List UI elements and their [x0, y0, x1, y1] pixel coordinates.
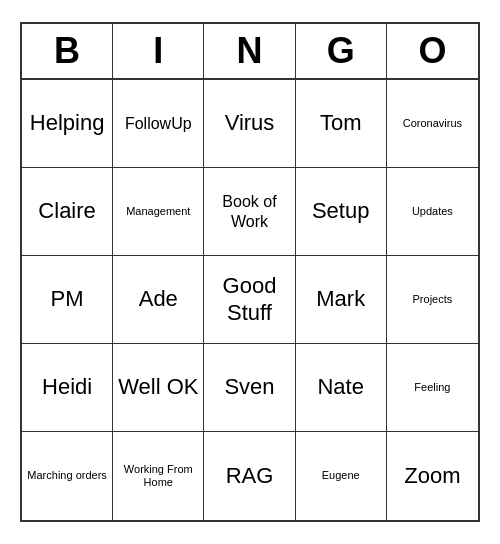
bingo-cell-21: Working From Home — [113, 432, 204, 520]
cell-text-23: Eugene — [322, 469, 360, 482]
cell-text-11: Ade — [139, 286, 178, 312]
cell-text-12: Good Stuff — [208, 273, 290, 326]
cell-text-3: Tom — [320, 110, 362, 136]
bingo-cell-22: RAG — [204, 432, 295, 520]
header-letter-g: G — [296, 24, 387, 78]
bingo-cell-24: Zoom — [387, 432, 478, 520]
bingo-cell-12: Good Stuff — [204, 256, 295, 344]
bingo-cell-2: Virus — [204, 80, 295, 168]
cell-text-5: Claire — [38, 198, 95, 224]
header-letter-o: O — [387, 24, 478, 78]
bingo-cell-1: FollowUp — [113, 80, 204, 168]
bingo-cell-15: Heidi — [22, 344, 113, 432]
bingo-cell-10: PM — [22, 256, 113, 344]
bingo-cell-23: Eugene — [296, 432, 387, 520]
cell-text-14: Projects — [413, 293, 453, 306]
cell-text-13: Mark — [316, 286, 365, 312]
cell-text-24: Zoom — [404, 463, 460, 489]
cell-text-20: Marching orders — [27, 469, 106, 482]
bingo-cell-17: Sven — [204, 344, 295, 432]
bingo-cell-11: Ade — [113, 256, 204, 344]
cell-text-10: PM — [51, 286, 84, 312]
bingo-cell-16: Well OK — [113, 344, 204, 432]
cell-text-8: Setup — [312, 198, 370, 224]
bingo-cell-18: Nate — [296, 344, 387, 432]
bingo-cell-0: Helping — [22, 80, 113, 168]
bingo-cell-8: Setup — [296, 168, 387, 256]
bingo-cell-4: Coronavirus — [387, 80, 478, 168]
bingo-grid: HelpingFollowUpVirusTomCoronavirusClaire… — [22, 80, 478, 520]
bingo-cell-20: Marching orders — [22, 432, 113, 520]
bingo-cell-14: Projects — [387, 256, 478, 344]
cell-text-16: Well OK — [118, 374, 198, 400]
bingo-cell-7: Book of Work — [204, 168, 295, 256]
cell-text-9: Updates — [412, 205, 453, 218]
cell-text-18: Nate — [317, 374, 363, 400]
cell-text-7: Book of Work — [208, 192, 290, 230]
cell-text-4: Coronavirus — [403, 117, 462, 130]
cell-text-1: FollowUp — [125, 114, 192, 133]
header-letter-n: N — [204, 24, 295, 78]
bingo-header: BINGO — [22, 24, 478, 80]
header-letter-b: B — [22, 24, 113, 78]
bingo-cell-19: Feeling — [387, 344, 478, 432]
cell-text-2: Virus — [225, 110, 275, 136]
bingo-cell-13: Mark — [296, 256, 387, 344]
bingo-cell-5: Claire — [22, 168, 113, 256]
cell-text-19: Feeling — [414, 381, 450, 394]
cell-text-0: Helping — [30, 110, 105, 136]
header-letter-i: I — [113, 24, 204, 78]
bingo-cell-3: Tom — [296, 80, 387, 168]
cell-text-21: Working From Home — [117, 463, 199, 489]
cell-text-17: Sven — [224, 374, 274, 400]
cell-text-6: Management — [126, 205, 190, 218]
bingo-cell-6: Management — [113, 168, 204, 256]
bingo-cell-9: Updates — [387, 168, 478, 256]
bingo-card: BINGO HelpingFollowUpVirusTomCoronavirus… — [20, 22, 480, 522]
cell-text-15: Heidi — [42, 374, 92, 400]
cell-text-22: RAG — [226, 463, 274, 489]
